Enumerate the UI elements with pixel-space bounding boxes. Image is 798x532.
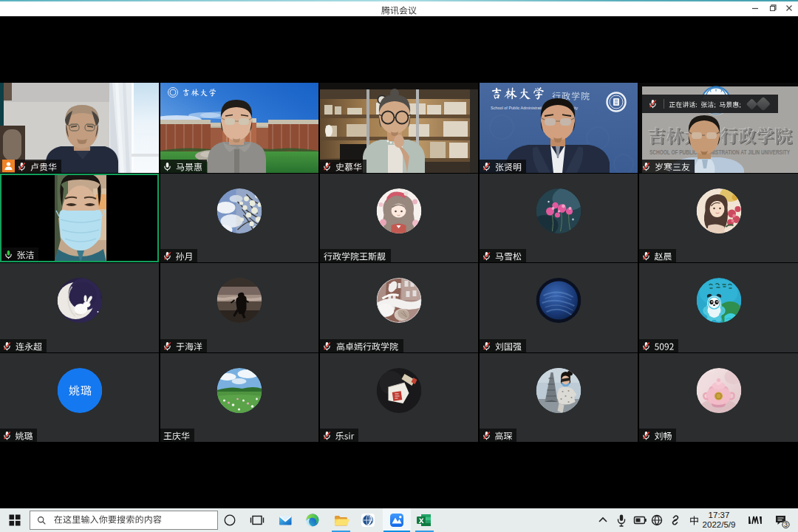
svg-text:3: 3: [784, 521, 788, 528]
svg-text:SCHOOL OF PUBLIC ADMINISTRATIO: SCHOOL OF PUBLIC ADMINISTRATION AT JILIN…: [649, 149, 790, 156]
